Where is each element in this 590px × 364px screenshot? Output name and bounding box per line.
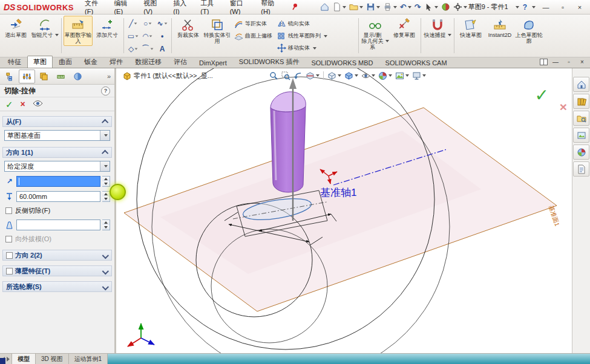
rectangle-tool-icon[interactable]: ▭ [126,30,140,42]
file-explorer-button[interactable] [573,111,589,126]
chevron-down-icon[interactable] [55,34,59,36]
scroll-tabs-right-icon[interactable] [7,357,10,362]
spline-tool-icon[interactable]: ∿ [155,17,169,30]
tab-evaluate[interactable]: 评估 [168,56,193,68]
undo-button[interactable]: ↶ [399,2,413,12]
linear-sketch-pattern-button[interactable]: 线性草图阵列 [275,30,330,42]
help-icon[interactable]: ? [523,3,527,11]
draft-angle-input[interactable] [16,219,100,230]
tab-data-migration[interactable]: 数据迁移 [129,56,168,68]
flip-side-checkbox[interactable] [5,207,12,214]
chevron-down-icon[interactable] [343,6,346,8]
chevron-down-icon[interactable] [385,40,389,42]
tab-sw-mbd[interactable]: SOLIDWORKS MBD [305,57,379,68]
chevron-down-icon[interactable] [408,6,411,8]
property-manager-tab[interactable] [19,70,35,83]
move-entities-button[interactable]: 移动实体 [275,42,330,54]
confirm-ok-button[interactable]: ✓ [535,85,549,105]
zoom-fit-button[interactable] [268,70,280,82]
rebuild-button[interactable] [440,1,451,13]
sketch-numeric-input-button[interactable]: 草图数字输入 [64,16,93,46]
depth-input[interactable]: 60.00mm [16,191,100,202]
end-condition-select[interactable]: 给定深度 [4,161,110,172]
polygon-tool-icon[interactable]: ◇ [126,42,140,55]
viewport-document-breadcrumb[interactable]: 零件1 (默认<<默认>>_显... [123,71,213,80]
spinner[interactable] [102,191,110,202]
configuration-manager-tab[interactable] [36,70,52,83]
shaded-sketch-contours-button[interactable]: 上色草图轮廓 [514,16,543,46]
chevron-down-icon[interactable] [393,6,397,8]
motion-study-tab[interactable]: 运动算例1 [69,354,108,364]
axis-label[interactable]: 基准轴1 [320,187,356,198]
home-button[interactable] [319,1,330,13]
help-icon[interactable]: ? [101,86,110,96]
preview-eye-icon[interactable] [33,100,43,108]
offset-entities-button[interactable]: 等距实体 [232,18,275,30]
combo-arrow-button[interactable] [100,161,110,171]
text-tool-icon[interactable]: A [155,42,169,55]
apply-scene-button[interactable] [394,70,410,82]
edit-appearance-button[interactable] [377,70,393,82]
tab-sketch[interactable]: 草图 [27,56,53,68]
line-tool-icon[interactable]: ╱ [126,17,140,30]
pane-minimize-button[interactable]: — [550,57,561,67]
chevron-down-icon[interactable] [316,74,320,77]
draft-icon[interactable] [4,221,15,230]
help-chevron-icon[interactable] [532,6,536,8]
thin-feature-checkbox[interactable] [6,268,13,275]
new-document-button[interactable] [331,1,347,13]
chevron-down-icon[interactable] [338,74,341,77]
exit-sketch-button[interactable]: 退出草图 [1,16,30,40]
chevron-down-icon[interactable] [324,35,327,37]
convert-entities-button[interactable]: 转换实体引用 [203,16,232,46]
chevron-down-icon[interactable] [313,47,316,50]
section-direction1-header[interactable]: 方向 1(1) [2,147,112,158]
chevron-down-icon[interactable] [359,6,363,8]
pane-restore-button[interactable]: ▫ [563,57,574,67]
feature-manager-tab[interactable] [2,70,18,83]
appearances-scenes-button[interactable] [573,145,589,160]
hide-show-items-button[interactable] [360,70,376,82]
arc-tool-icon[interactable]: ◠ [140,30,155,42]
dimxpert-manager-tab[interactable] [53,70,69,83]
spinner[interactable] [102,219,110,230]
offset-on-surface-button[interactable]: 曲面上偏移 [232,30,275,42]
print-button[interactable] [382,1,398,13]
plane-label[interactable]: 基准面1 [548,204,561,227]
model-tab[interactable]: 模型 [12,354,36,364]
chevron-down-icon[interactable] [422,74,426,77]
circle-tool-icon[interactable]: ○ [140,17,155,30]
view-palette-button[interactable] [573,128,589,143]
window-minimize-button[interactable]: — [539,2,552,13]
custom-properties-button[interactable] [573,161,589,177]
chevron-down-icon[interactable] [388,74,392,77]
tab-sw-addins[interactable]: SOLIDWORKS 插件 [233,56,306,68]
draft-outward-checkbox[interactable] [5,236,12,242]
chevron-down-icon[interactable] [376,6,380,8]
chevron-down-icon[interactable] [448,34,451,36]
extruded-solid-top-face[interactable] [270,92,306,112]
window-restore-button[interactable]: ▫ [556,2,569,13]
chevron-down-icon[interactable] [434,6,438,8]
cancel-button[interactable]: × [21,100,25,108]
view-settings-button[interactable] [411,70,427,82]
view-orientation-button[interactable] [326,70,343,82]
design-library-button[interactable] [573,94,589,109]
save-button[interactable] [365,1,381,13]
chevron-down-icon[interactable] [464,6,467,8]
repair-sketch-button[interactable]: 修复草图 [390,16,419,40]
direction2-checkbox[interactable] [6,252,13,259]
smart-dimension-button[interactable]: 智能尺寸 [30,16,59,40]
reverse-direction-icon[interactable]: ↗ [4,177,15,186]
ok-button[interactable]: ✓ [5,100,13,109]
graphics-viewport[interactable]: 基准轴1 基准面1 零件1 (默认<<默认>>_显... ✓ × [118,68,572,353]
select-button[interactable] [423,1,439,13]
display-manager-tab[interactable] [70,70,86,83]
tab-sheet-metal[interactable]: 钣金 [78,56,103,68]
rapid-sketch-button[interactable]: 快速草图 [456,16,485,40]
window-close-button[interactable]: × [573,2,586,13]
section-direction2-header[interactable]: 方向 2(2) [2,250,112,261]
pin-menu-icon[interactable] [291,3,298,11]
confirm-cancel-button[interactable]: × [560,100,567,114]
redo-button[interactable]: ↷ [413,2,422,12]
